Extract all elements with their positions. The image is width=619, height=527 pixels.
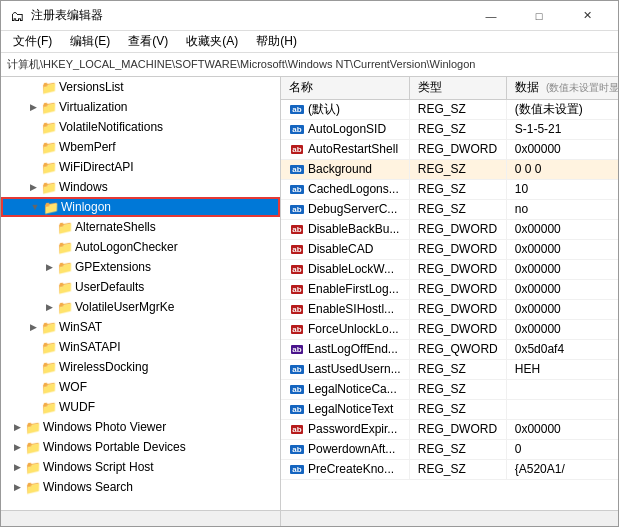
tree-item[interactable]: 📁VolatileNotifications [1,117,280,137]
reg-name: abLastLogOffEnd... [281,339,409,359]
folder-icon: 📁 [57,239,73,255]
folder-icon: 📁 [41,79,57,95]
registry-row[interactable]: abPreCreateKno... REG_SZ {A520A1/ [281,459,618,479]
tree-item[interactable]: 📁WirelessDocking [1,357,280,377]
registry-table: 名称 类型 数据 (数值未设置时显示) ab(默认) REG_SZ (数值未设置… [281,77,618,480]
tree-item[interactable]: 📁WinSATAPI [1,337,280,357]
reg-data: S-1-5-21 [506,119,618,139]
registry-row[interactable]: abLastUsedUsern... REG_SZ HEH [281,359,618,379]
tree-item[interactable]: 📁WOF [1,377,280,397]
reg-type: REG_DWORD [409,219,506,239]
tree-expand-icon[interactable]: ▶ [25,99,41,115]
tree-expand-icon[interactable]: ▶ [9,419,25,435]
menu-edit[interactable]: 编辑(E) [62,31,118,52]
registry-row[interactable]: abPasswordExpir... REG_DWORD 0x00000 [281,419,618,439]
reg-name: abDebugServerC... [281,199,409,219]
reg-type: REG_SZ [409,379,506,399]
registry-row[interactable]: abDebugServerC... REG_SZ no [281,199,618,219]
breadcrumb: 计算机\HKEY_LOCAL_MACHINE\SOFTWARE\Microsof… [1,53,618,77]
right-scrollbar[interactable] [281,511,618,526]
tree-expand-icon[interactable]: ▶ [25,319,41,335]
tree-item[interactable]: ▶📁GPExtensions [1,257,280,277]
registry-pane[interactable]: 名称 类型 数据 (数值未设置时显示) ab(默认) REG_SZ (数值未设置… [281,77,618,510]
registry-row[interactable]: abDisableLockW... REG_DWORD 0x00000 [281,259,618,279]
minimize-button[interactable]: — [468,1,514,31]
menu-bar: 文件(F) 编辑(E) 查看(V) 收藏夹(A) 帮助(H) [1,31,618,53]
registry-row[interactable]: abCachedLogons... REG_SZ 10 [281,179,618,199]
registry-row[interactable]: abPowerdownAft... REG_SZ 0 [281,439,618,459]
menu-file[interactable]: 文件(F) [5,31,60,52]
registry-row[interactable]: abLastLogOffEnd... REG_QWORD 0x5d0af4 [281,339,618,359]
reg-qword-icon: ab [289,342,305,356]
reg-name: abForceUnlockLo... [281,319,409,339]
registry-row[interactable]: abForceUnlockLo... REG_DWORD 0x00000 [281,319,618,339]
tree-expand-icon[interactable]: ▶ [41,299,57,315]
maximize-button[interactable]: □ [516,1,562,31]
tree-item[interactable]: ▼📁Winlogon [1,197,280,217]
registry-row[interactable]: abEnableSIHostl... REG_DWORD 0x00000 [281,299,618,319]
reg-type: REG_SZ [409,159,506,179]
registry-row[interactable]: abLegalNoticeText REG_SZ [281,399,618,419]
registry-row[interactable]: ab(默认) REG_SZ (数值未设置) [281,99,618,119]
tree-expand-icon[interactable]: ▶ [9,459,25,475]
registry-row[interactable]: abDisableBackBu... REG_DWORD 0x00000 [281,219,618,239]
reg-dword-icon: ab [289,422,305,436]
tree-item[interactable]: 📁WUDF [1,397,280,417]
tree-item[interactable]: ▶📁Windows Script Host [1,457,280,477]
tree-item[interactable]: ▶📁VolatileUserMgrKe [1,297,280,317]
tree-item[interactable]: ▶📁WinSAT [1,317,280,337]
reg-dword-icon: ab [289,262,305,276]
registry-row[interactable]: abLegalNoticeCa... REG_SZ [281,379,618,399]
menu-view[interactable]: 查看(V) [120,31,176,52]
registry-row[interactable]: abAutoLogonSID REG_SZ S-1-5-21 [281,119,618,139]
registry-editor-window: 🗂 注册表编辑器 — □ ✕ 文件(F) 编辑(E) 查看(V) 收藏夹(A) … [0,0,619,527]
tree-item-label: WiFiDirectAPI [59,160,134,174]
reg-data: 0 0 0 [506,159,618,179]
reg-ab-icon: ab [289,382,305,396]
menu-favorites[interactable]: 收藏夹(A) [178,31,246,52]
registry-row[interactable]: abDisableCAD REG_DWORD 0x00000 [281,239,618,259]
reg-data: 0x00000 [506,259,618,279]
tree-item[interactable]: 📁AlternateShells [1,217,280,237]
reg-ab-icon: ab [289,102,305,116]
tree-expand-icon[interactable]: ▶ [9,439,25,455]
horizontal-scrollbar[interactable] [1,510,618,526]
reg-ab-icon: ab [289,462,305,476]
tree-expand-icon[interactable]: ▶ [41,259,57,275]
tree-item[interactable]: 📁UserDefaults [1,277,280,297]
reg-name: abPowerdownAft... [281,439,409,459]
tree-pane[interactable]: 📁VersionsList▶📁Virtualization📁VolatileNo… [1,77,281,510]
reg-type: REG_SZ [409,359,506,379]
folder-icon: 📁 [41,139,57,155]
tree-expand-icon[interactable]: ▼ [27,199,43,215]
tree-item-label: WUDF [59,400,95,414]
registry-row[interactable]: abEnableFirstLog... REG_DWORD 0x00000 [281,279,618,299]
folder-icon: 📁 [57,259,73,275]
col-data: 数据 (数值未设置时显示) [506,77,618,99]
left-scrollbar[interactable] [1,511,281,526]
registry-row[interactable]: abBackground REG_SZ 0 0 0 [281,159,618,179]
reg-type: REG_DWORD [409,239,506,259]
tree-item[interactable]: ▶📁Windows Portable Devices [1,437,280,457]
reg-type: REG_SZ [409,199,506,219]
reg-data: 0x00000 [506,319,618,339]
tree-item[interactable]: ▶📁Virtualization [1,97,280,117]
menu-help[interactable]: 帮助(H) [248,31,305,52]
tree-expand-icon[interactable]: ▶ [25,179,41,195]
reg-data: 0 [506,439,618,459]
tree-item[interactable]: 📁WiFiDirectAPI [1,157,280,177]
tree-item[interactable]: ▶📁Windows Search [1,477,280,497]
tree-item[interactable]: ▶📁Windows Photo Viewer [1,417,280,437]
reg-dword-icon: ab [289,222,305,236]
close-button[interactable]: ✕ [564,1,610,31]
reg-type: REG_DWORD [409,319,506,339]
tree-item-label: VersionsList [59,80,124,94]
tree-item[interactable]: 📁AutoLogonChecker [1,237,280,257]
tree-item[interactable]: 📁WbemPerf [1,137,280,157]
tree-expand-icon[interactable]: ▶ [9,479,25,495]
tree-item[interactable]: ▶📁Windows [1,177,280,197]
reg-type: REG_DWORD [409,419,506,439]
registry-row[interactable]: abAutoRestartShell REG_DWORD 0x00000 [281,139,618,159]
tree-item[interactable]: 📁VersionsList [1,77,280,97]
reg-ab-icon: ab [289,402,305,416]
